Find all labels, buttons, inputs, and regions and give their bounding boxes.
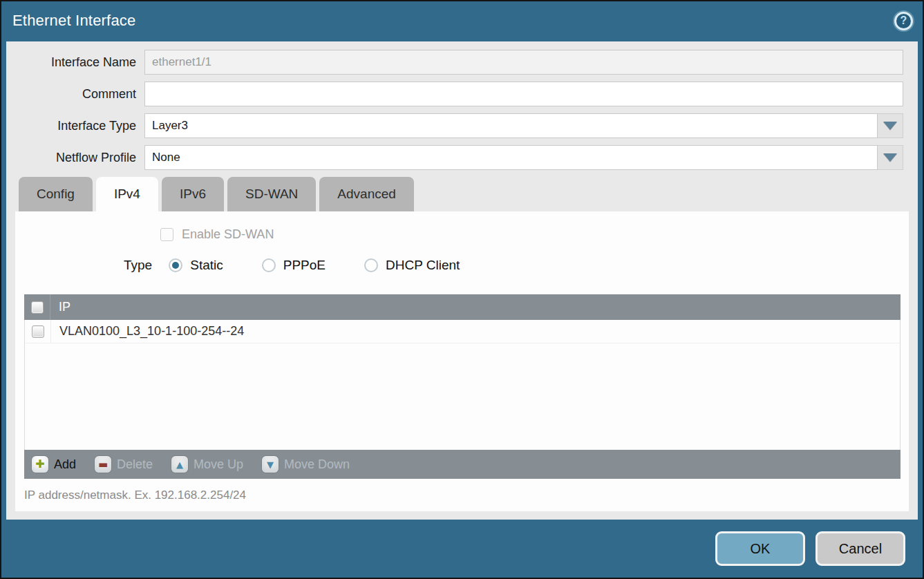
interface-form: Interface Name Comment Interface Type La…: [6, 41, 918, 170]
row-checkbox[interactable]: [32, 325, 44, 338]
select-all-checkbox[interactable]: [31, 301, 44, 314]
interface-type-dropdown-button[interactable]: [878, 113, 903, 138]
comment-label: Comment: [6, 87, 144, 102]
radio-static-label: Static: [190, 258, 223, 273]
title-bar: Ethernet Interface ?: [1, 1, 923, 40]
ip-column-header: IP: [50, 300, 70, 314]
tab-ipv4[interactable]: IPv4: [96, 177, 158, 211]
add-button[interactable]: ✚ Add: [32, 456, 76, 473]
type-label: Type: [124, 258, 152, 273]
dialog-footer: OK Cancel: [1, 520, 923, 578]
netflow-profile-dropdown-button[interactable]: [878, 145, 903, 170]
interface-name-label: Interface Name: [6, 55, 144, 70]
ok-button[interactable]: OK: [715, 531, 805, 566]
radio-pppoe-label: PPPoE: [283, 258, 326, 273]
comment-field[interactable]: [144, 82, 903, 106]
comment-row: Comment: [6, 82, 903, 106]
netflow-profile-row: Netflow Profile None: [6, 145, 903, 170]
tab-advanced[interactable]: Advanced: [319, 177, 414, 211]
ip-cell[interactable]: VLAN0100_L3_10-1-100-254--24: [51, 324, 244, 339]
select-all-cell: [24, 294, 50, 320]
add-plus-icon: ✚: [32, 456, 48, 473]
interface-name-row: Interface Name: [6, 50, 903, 75]
dialog-title: Ethernet Interface: [12, 12, 135, 30]
radio-dhcp-client-label: DHCP Client: [386, 258, 460, 273]
tab-ipv6[interactable]: IPv6: [162, 177, 224, 211]
ip-table-toolbar: ✚ Add ▬ Delete ▲ Move Up ▼ Move Down: [24, 450, 901, 479]
move-down-label: Move Down: [284, 457, 350, 472]
tab-bar: Config IPv4 IPv6 SD-WAN Advanced: [19, 177, 918, 211]
interface-type-dropdown[interactable]: Layer3: [144, 113, 903, 138]
interface-type-label: Interface Type: [6, 119, 144, 133]
radio-pppoe[interactable]: PPPoE: [262, 258, 326, 273]
radio-button-icon[interactable]: [364, 258, 378, 272]
netflow-profile-label: Netflow Profile: [6, 151, 144, 165]
ethernet-interface-dialog: Ethernet Interface ? Interface Name Comm…: [0, 0, 924, 579]
radio-button-icon[interactable]: [169, 258, 182, 272]
move-down-button[interactable]: ▼ Move Down: [262, 456, 350, 473]
ip-table: IP VLAN0100_L3_10-1-100-254--24 ✚ Add: [24, 294, 901, 479]
interface-type-value: Layer3: [144, 113, 878, 138]
enable-sdwan-row: Enable SD-WAN: [160, 211, 909, 242]
netflow-profile-value: None: [144, 145, 878, 170]
radio-dhcp-client[interactable]: DHCP Client: [364, 258, 460, 273]
type-radio-group: Type Static PPPoE DHCP Client: [124, 258, 909, 273]
ip-table-body: VLAN0100_L3_10-1-100-254--24: [24, 320, 901, 450]
ip-format-hint: IP address/netmask. Ex. 192.168.2.254/24: [24, 488, 909, 502]
cancel-button[interactable]: Cancel: [815, 531, 905, 566]
interface-type-row: Interface Type Layer3: [6, 113, 903, 138]
tab-sdwan[interactable]: SD-WAN: [227, 177, 316, 211]
move-up-button[interactable]: ▲ Move Up: [171, 456, 243, 473]
ipv4-tab-panel: Enable SD-WAN Type Static PPPoE DHCP Cli…: [15, 211, 909, 511]
radio-button-icon[interactable]: [262, 258, 276, 272]
delete-button[interactable]: ▬ Delete: [95, 456, 153, 473]
enable-sdwan-checkbox: [160, 228, 173, 241]
chevron-down-icon: [883, 153, 897, 162]
ip-table-header: IP: [24, 294, 901, 320]
radio-static[interactable]: Static: [169, 258, 223, 273]
add-label: Add: [54, 457, 76, 472]
delete-label: Delete: [117, 457, 153, 472]
netflow-profile-dropdown[interactable]: None: [144, 145, 903, 170]
tab-config[interactable]: Config: [19, 177, 93, 211]
move-up-arrow-icon: ▲: [171, 456, 188, 473]
move-up-label: Move Up: [194, 457, 243, 472]
delete-minus-icon: ▬: [95, 456, 111, 473]
chevron-down-icon: [883, 122, 897, 130]
help-icon[interactable]: ?: [894, 12, 913, 30]
interface-name-field: [144, 50, 903, 75]
enable-sdwan-label: Enable SD-WAN: [182, 227, 274, 242]
move-down-arrow-icon: ▼: [262, 456, 279, 473]
dialog-body: Interface Name Comment Interface Type La…: [6, 41, 918, 520]
table-row[interactable]: VLAN0100_L3_10-1-100-254--24: [25, 320, 900, 343]
row-check-cell: [25, 320, 51, 343]
